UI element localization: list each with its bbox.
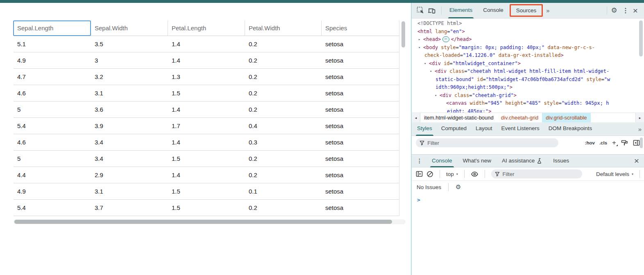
drawer-tab-console[interactable]: Console	[426, 155, 458, 167]
grid-horizontal-scrollbar-thumb[interactable]	[14, 220, 392, 224]
table-cell: 3.1	[91, 85, 168, 101]
code-token	[467, 100, 470, 106]
expand-arrow-open-icon[interactable]: ▾	[430, 68, 435, 76]
dom-tree-node[interactable]: ▸<head>⋯</head>	[412, 36, 644, 44]
dom-tree-node[interactable]: check-loaded="14.1226.0" data-gr-ext-ins…	[412, 52, 644, 60]
dom-tree-node[interactable]: idth:960px;height:500px;">	[412, 83, 644, 92]
tab-styles[interactable]: Styles	[413, 122, 437, 136]
drawer-tabbar: ⋮ Console What's new AI assistance Issue…	[412, 155, 644, 167]
expand-arrow-closed-icon[interactable]: ▸	[418, 36, 423, 44]
console-prompt-row[interactable]: >	[412, 193, 644, 203]
table-cell: 4.7	[14, 69, 91, 85]
code-token: class	[454, 92, 469, 98]
column-header-petal-length[interactable]: Petal.Length	[168, 20, 245, 36]
column-header-petal-width[interactable]: Petal.Width	[245, 20, 322, 36]
styles-filter-field[interactable]	[416, 138, 558, 147]
breadcrumb-item-selected[interactable]: div.grid-scrollable	[542, 113, 590, 122]
console-settings-gear-icon[interactable]: ⚙	[456, 183, 461, 191]
breadcrumb-spacer	[591, 113, 635, 122]
breadcrumb-item[interactable]: item.html-widget-static-bound	[420, 113, 497, 122]
table-row: 4.93.11.50.1setosa	[14, 183, 399, 200]
dom-tree-node[interactable]: ▾<div id="htmlwidget_container">	[412, 60, 644, 68]
iris-data-grid: Sepal.LengthSepal.WidthPetal.LengthPetal…	[14, 20, 399, 216]
inspect-element-icon[interactable]	[416, 6, 425, 15]
live-expression-eye-icon[interactable]	[471, 171, 478, 177]
drawer-menu-kebab-icon[interactable]: ⋮	[412, 158, 426, 164]
tab-layout[interactable]: Layout	[471, 122, 497, 136]
expand-arrow-open-icon[interactable]: ▾	[424, 60, 429, 68]
code-token: =	[450, 61, 453, 66]
table-row: 5.43.91.70.4setosa	[14, 118, 399, 134]
dom-tree-node[interactable]: ▾<div class="cheetah html-widget html-fi…	[412, 68, 644, 76]
paint-roller-icon[interactable]	[621, 140, 628, 147]
log-levels-selector[interactable]: Default levels ▾	[596, 171, 633, 177]
table-cell: 3.4	[91, 151, 168, 167]
toggle-element-state-button[interactable]: :hov	[585, 140, 595, 145]
drawer-tab-issues[interactable]: Issues	[548, 155, 574, 167]
dom-tree-node[interactable]: <html lang="en">	[412, 28, 644, 36]
dom-tree-node[interactable]: ▾<div class="cheetah-grid">	[412, 92, 644, 100]
code-token: <html	[417, 29, 432, 34]
column-header-species[interactable]: Species	[322, 20, 399, 36]
code-token: >	[518, 61, 521, 66]
code-token: =	[460, 52, 463, 58]
drawer-close-icon[interactable]: ×	[629, 157, 644, 165]
console-filter-field[interactable]	[491, 169, 582, 178]
toggle-sidebar-icon[interactable]	[633, 140, 640, 146]
console-prompt-chevron: >	[417, 197, 420, 203]
expand-arrow-open-icon[interactable]: ▾	[435, 92, 440, 100]
tab-computed[interactable]: Computed	[437, 122, 471, 136]
drawer-tab-ai-assistance[interactable]: AI assistance	[497, 155, 548, 167]
dom-tree-node[interactable]: eight: 485px;">	[412, 108, 644, 113]
tab-event-listeners[interactable]: Event Listeners	[497, 122, 544, 136]
breadcrumb-forward-icon[interactable]: ▸	[635, 113, 644, 122]
close-devtools-icon[interactable]: ×	[631, 6, 640, 15]
styles-more-tabs-icon[interactable]: »	[636, 126, 643, 133]
table-cell: 3.2	[91, 69, 168, 85]
page-content: Sepal.LengthSepal.WidthPetal.LengthPetal…	[0, 3, 410, 275]
tab-sources[interactable]: Sources	[511, 5, 542, 16]
code-token: data-new-gr-c-s-	[547, 45, 595, 50]
dom-tree-scrollbar[interactable]	[639, 20, 643, 56]
tab-elements[interactable]: Elements	[444, 3, 478, 18]
grid-horizontal-scrollbar-track[interactable]	[14, 219, 406, 224]
annotation-highlight-box: Sources	[510, 4, 543, 17]
code-token: eight: 485px;"	[447, 108, 488, 113]
grid-vertical-scrollbar[interactable]	[401, 21, 405, 47]
breadcrumb-item[interactable]: div.cheetah-grid	[497, 113, 542, 122]
more-tabs-icon[interactable]: »	[544, 7, 551, 14]
flask-icon	[537, 158, 542, 164]
table-cell: setosa	[322, 151, 399, 167]
console-toolbar: top ▾ Default levels ▾	[412, 167, 644, 181]
dom-tree-node[interactable]: ▾<body style="margin: 0px; padding: 40px…	[412, 44, 644, 52]
table-row: 5.13.51.40.2setosa	[14, 36, 399, 52]
dom-tree-node[interactable]: static-bound" id="htmlwidget-47c06bf0ba6…	[412, 76, 644, 84]
styles-pane-scrollbar[interactable]	[640, 138, 643, 148]
new-style-rule-button[interactable]: +	[612, 139, 616, 147]
collapsed-children-ellipsis-icon[interactable]: ⋯	[442, 36, 449, 42]
code-token: =	[483, 77, 486, 82]
settings-gear-icon[interactable]: ⚙	[610, 6, 619, 15]
table-cell: 5.4	[14, 118, 91, 134]
tab-dom-breakpoints[interactable]: DOM Breakpoints	[544, 122, 597, 136]
table-cell: 1.4	[168, 101, 245, 117]
breadcrumb-back-icon[interactable]: ◂	[412, 113, 420, 122]
dom-tree-node[interactable]: <!DOCTYPE html>	[412, 20, 644, 28]
device-toolbar-icon[interactable]	[427, 6, 436, 15]
table-cell: setosa	[322, 118, 399, 134]
console-sidebar-icon[interactable]	[416, 171, 423, 177]
expand-arrow-open-icon[interactable]: ▾	[418, 44, 423, 52]
code-token: =	[447, 29, 450, 34]
console-filter-input[interactable]	[503, 171, 578, 177]
execution-context-selector[interactable]: top ▾	[446, 171, 458, 177]
dom-tree-node[interactable]: <canvas width="945" height="485" style="…	[412, 99, 644, 108]
customize-devtools-kebab-icon[interactable]: ⋮	[621, 6, 630, 15]
table-cell: setosa	[322, 101, 399, 117]
column-header-sepal-width[interactable]: Sepal.Width	[91, 20, 168, 36]
drawer-tab-whats-new[interactable]: What's new	[458, 155, 497, 167]
clear-console-icon[interactable]	[426, 171, 433, 178]
column-header-sepal-length[interactable]: Sepal.Length	[14, 20, 91, 36]
tab-console[interactable]: Console	[478, 3, 509, 18]
element-classes-button[interactable]: .cls	[599, 140, 607, 145]
styles-filter-input[interactable]	[427, 140, 555, 146]
